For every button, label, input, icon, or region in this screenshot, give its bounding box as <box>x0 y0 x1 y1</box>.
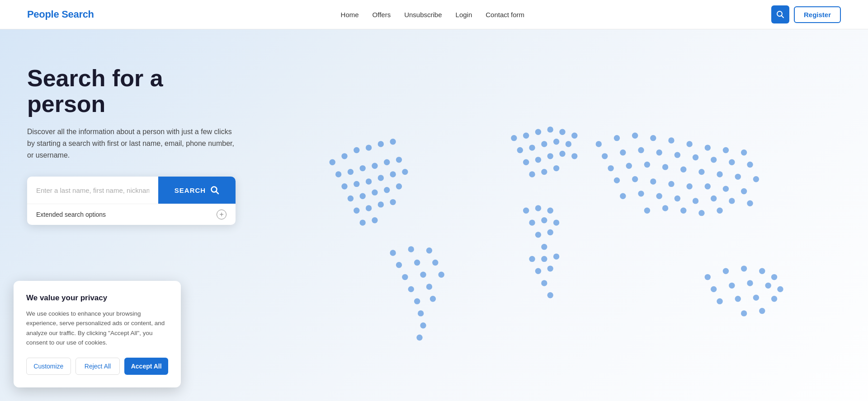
svg-point-103 <box>620 193 626 199</box>
svg-point-68 <box>596 141 602 147</box>
svg-point-102 <box>741 188 747 194</box>
nav-home[interactable]: Home <box>341 11 359 19</box>
svg-point-105 <box>656 193 662 199</box>
svg-point-145 <box>418 310 424 316</box>
svg-point-115 <box>717 208 723 214</box>
svg-point-46 <box>547 153 553 159</box>
svg-point-140 <box>439 272 444 278</box>
svg-point-84 <box>729 159 735 165</box>
svg-point-67 <box>547 292 553 298</box>
svg-point-117 <box>723 268 729 274</box>
svg-point-108 <box>711 196 717 201</box>
svg-point-24 <box>372 189 377 195</box>
cookie-banner: We value your privacy We use cookies to … <box>14 281 181 387</box>
header-search-button[interactable] <box>771 5 789 23</box>
svg-point-62 <box>541 256 547 262</box>
svg-point-138 <box>402 274 408 280</box>
svg-point-125 <box>777 286 783 292</box>
svg-point-30 <box>390 199 396 205</box>
svg-point-71 <box>650 135 656 141</box>
svg-point-41 <box>541 141 547 147</box>
svg-point-127 <box>735 296 741 302</box>
expand-icon: + <box>217 210 226 219</box>
svg-point-8 <box>378 141 384 147</box>
svg-point-121 <box>711 286 717 292</box>
svg-point-107 <box>693 198 698 204</box>
svg-point-104 <box>638 191 644 196</box>
nav-unsubscribe[interactable]: Unsubscribe <box>404 11 442 19</box>
search-box: SEARCH Extended search options + <box>27 177 236 225</box>
svg-point-70 <box>632 133 638 139</box>
svg-point-66 <box>541 280 547 286</box>
svg-point-79 <box>638 147 644 153</box>
svg-point-42 <box>553 139 559 145</box>
svg-point-112 <box>662 205 668 211</box>
nav-offers[interactable]: Offers <box>373 11 391 19</box>
svg-point-75 <box>723 147 729 153</box>
svg-point-146 <box>420 322 426 328</box>
svg-point-35 <box>535 129 541 135</box>
cookie-buttons: Customize Reject All Accept All <box>26 358 168 375</box>
svg-point-53 <box>535 205 541 211</box>
svg-point-118 <box>741 266 747 271</box>
svg-point-136 <box>414 260 420 266</box>
svg-point-6 <box>354 147 359 153</box>
svg-point-109 <box>729 198 735 204</box>
hero-subtitle: Discover all the information about a per… <box>27 126 236 161</box>
svg-point-69 <box>614 135 620 141</box>
svg-point-44 <box>523 159 529 165</box>
logo[interactable]: People Search <box>27 9 94 20</box>
svg-point-16 <box>341 183 347 189</box>
svg-point-26 <box>396 183 402 189</box>
svg-point-59 <box>547 229 553 235</box>
svg-line-1 <box>781 16 783 18</box>
svg-line-3 <box>216 191 218 194</box>
svg-point-144 <box>430 296 436 302</box>
svg-point-73 <box>687 141 693 147</box>
svg-point-18 <box>366 178 372 184</box>
svg-point-19 <box>378 175 384 181</box>
search-button[interactable]: SEARCH <box>158 177 236 204</box>
svg-point-81 <box>675 152 680 158</box>
svg-point-64 <box>535 268 541 274</box>
svg-point-34 <box>523 133 529 139</box>
svg-point-100 <box>705 183 711 189</box>
svg-point-20 <box>390 171 396 177</box>
nav-login[interactable]: Login <box>456 11 472 19</box>
svg-point-82 <box>693 154 698 160</box>
svg-point-139 <box>420 272 426 278</box>
register-button[interactable]: Register <box>794 6 841 23</box>
world-map-decoration <box>236 65 841 401</box>
svg-point-38 <box>571 133 577 139</box>
svg-point-5 <box>341 153 347 159</box>
reject-all-button[interactable]: Reject All <box>75 358 120 375</box>
nav-contact-form[interactable]: Contact form <box>486 11 524 19</box>
svg-point-55 <box>529 219 535 225</box>
svg-point-56 <box>541 217 547 223</box>
svg-point-78 <box>620 149 626 155</box>
svg-point-39 <box>517 147 523 153</box>
svg-point-132 <box>390 250 396 256</box>
svg-point-80 <box>656 149 662 155</box>
svg-point-45 <box>535 157 541 163</box>
svg-point-131 <box>759 308 765 314</box>
extended-search-options[interactable]: Extended search options + <box>27 204 236 225</box>
svg-point-63 <box>553 253 559 259</box>
search-input[interactable] <box>27 178 158 202</box>
svg-point-97 <box>650 178 656 184</box>
svg-point-122 <box>729 283 735 289</box>
svg-point-147 <box>416 335 422 340</box>
svg-point-113 <box>680 208 686 214</box>
svg-point-23 <box>360 193 366 199</box>
accept-all-button[interactable]: Accept All <box>124 358 168 375</box>
svg-point-43 <box>566 141 571 147</box>
svg-point-89 <box>662 164 668 170</box>
svg-point-129 <box>771 296 777 302</box>
svg-point-7 <box>366 145 372 150</box>
customize-button[interactable]: Customize <box>26 358 71 375</box>
svg-point-83 <box>711 157 717 163</box>
svg-point-32 <box>372 217 377 223</box>
svg-point-124 <box>765 283 771 289</box>
svg-point-58 <box>535 232 541 238</box>
svg-point-4 <box>330 159 335 165</box>
